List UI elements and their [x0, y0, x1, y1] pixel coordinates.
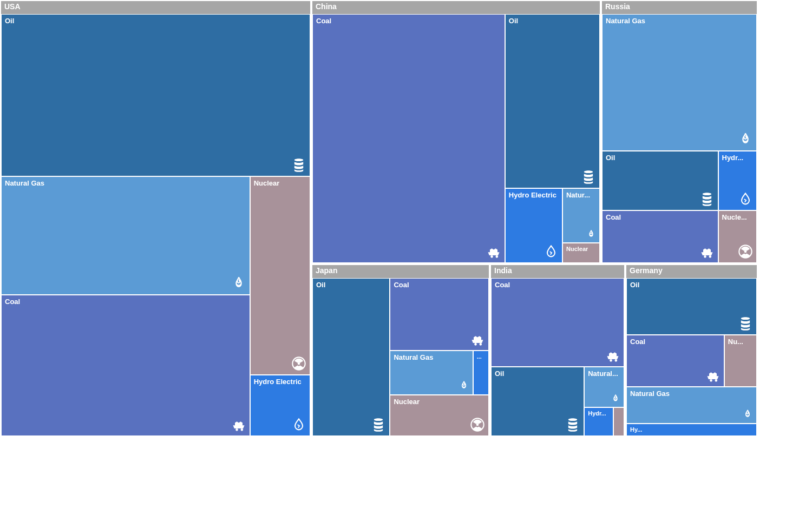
flame-icon [742, 409, 753, 420]
country-germany[interactable]: Germany Oil Coal Nu... Natural Gas Hy... [625, 264, 758, 437]
cart-icon [699, 244, 715, 259]
country-header: Germany [626, 265, 757, 278]
flame-icon [586, 229, 596, 239]
tile-label: Hydr... [588, 410, 606, 417]
tile-label: Natural Gas [630, 389, 670, 398]
country-usa[interactable]: USA Oil Natural Gas Coal Nuclear Hydro E… [0, 0, 311, 437]
tile-germany-nuclear[interactable]: Nu... [724, 335, 757, 387]
tile-japan-oil[interactable]: Oil [312, 278, 390, 436]
country-russia[interactable]: Russia Natural Gas Oil Hydr... Coal Nucl… [601, 0, 758, 264]
barrel-icon [738, 316, 753, 331]
svg-point-5 [476, 424, 479, 426]
tile-russia-nuclear[interactable]: Nucle... [718, 210, 757, 263]
tile-china-hydro[interactable]: Hydro Electric [505, 188, 562, 263]
tile-label: Hy... [630, 426, 642, 433]
tile-label: Oil [316, 281, 325, 289]
tile-label: Natur... [566, 191, 590, 199]
tile-label: Natural... [588, 369, 618, 378]
tile-russia-hydro[interactable]: Hydr... [718, 151, 757, 210]
cart-icon [605, 348, 620, 363]
svg-point-3 [744, 250, 747, 253]
tile-india-oil[interactable]: Oil [491, 367, 584, 436]
tile-germany-gas[interactable]: Natural Gas [626, 387, 757, 423]
tile-label: Hydro Electric [254, 378, 302, 386]
tile-label: Oil [5, 17, 14, 25]
country-header: India [491, 265, 624, 278]
tile-label: Oil [509, 17, 518, 25]
tile-japan-gas[interactable]: Natural Gas [390, 351, 473, 395]
tile-china-coal[interactable]: Coal [312, 14, 505, 263]
tile-label: Coal [316, 17, 331, 25]
tile-label: Coal [394, 281, 409, 289]
barrel-icon [699, 192, 715, 207]
droplet-icon [543, 244, 559, 259]
tile-china-oil[interactable]: Oil [505, 14, 600, 188]
droplet-icon [738, 192, 753, 207]
barrel-icon [581, 169, 596, 184]
country-japan[interactable]: Japan Oil Coal Natural Gas ... Nuclear [311, 264, 490, 437]
country-header: China [312, 1, 600, 14]
tile-label: Oil [630, 281, 639, 289]
tile-usa-gas[interactable]: Natural Gas [1, 176, 250, 294]
tile-germany-coal[interactable]: Coal [626, 335, 724, 387]
tile-usa-nuclear[interactable]: Nuclear [250, 176, 310, 375]
tile-label: Hydr... [722, 154, 744, 162]
country-china[interactable]: China Coal Oil Hydro Electric Natur... N… [311, 0, 601, 264]
barrel-icon [371, 417, 386, 432]
tile-india-coal[interactable]: Coal [491, 278, 624, 367]
tile-india-nuclear[interactable] [613, 407, 624, 436]
barrel-icon [565, 417, 580, 432]
tile-japan-coal[interactable]: Coal [390, 278, 489, 351]
tile-label: Coal [606, 213, 621, 221]
tile-russia-gas[interactable]: Natural Gas [602, 14, 757, 151]
droplet-icon [291, 417, 306, 432]
tile-label: Coal [495, 281, 510, 289]
cart-icon [231, 417, 246, 432]
tile-russia-oil[interactable]: Oil [602, 151, 718, 210]
energy-treemap: USA Oil Natural Gas Coal Nuclear Hydro E… [0, 0, 812, 515]
tile-japan-nuclear[interactable]: Nuclear [390, 395, 489, 436]
tile-india-gas[interactable]: Natural... [584, 367, 624, 408]
cart-icon [486, 244, 501, 259]
country-header: Russia [602, 1, 757, 14]
tile-label: Oil [606, 154, 615, 162]
tile-usa-oil[interactable]: Oil [1, 14, 310, 176]
tile-label: Coal [5, 298, 20, 306]
country-header: USA [1, 1, 310, 14]
flame-icon [459, 380, 469, 391]
barrel-icon [291, 157, 306, 173]
cart-icon [470, 332, 485, 347]
tile-label: Hydro Electric [509, 191, 556, 199]
flame-icon [231, 276, 246, 291]
tile-usa-hydro[interactable]: Hydro Electric [250, 375, 310, 436]
tile-label: ... [477, 353, 482, 360]
tile-usa-coal[interactable]: Coal [1, 295, 250, 436]
tile-label: Nu... [728, 338, 743, 346]
radiation-icon [470, 417, 485, 432]
tile-germany-oil[interactable]: Oil [626, 278, 757, 335]
tile-label: Natural Gas [5, 179, 44, 187]
tile-label: Nuclear [254, 179, 280, 187]
flame-icon [611, 394, 620, 404]
tile-china-nuclear[interactable]: Nuclear [562, 243, 600, 263]
radiation-icon [738, 244, 753, 259]
tile-label: Natural Gas [394, 353, 433, 361]
cart-icon [705, 368, 721, 383]
tile-label: Nucle... [722, 213, 747, 221]
tile-japan-hydro[interactable]: ... [473, 351, 489, 395]
tile-label: Oil [495, 369, 504, 378]
svg-point-1 [298, 362, 300, 365]
tile-label: Nuclear [394, 398, 420, 406]
tile-label: Coal [630, 338, 645, 346]
tile-germany-hydro[interactable]: Hy... [626, 424, 757, 436]
tile-china-gas[interactable]: Natur... [562, 188, 600, 243]
radiation-icon [291, 356, 306, 371]
tile-label: Nuclear [566, 246, 588, 252]
flame-icon [738, 132, 753, 147]
tile-russia-coal[interactable]: Coal [602, 210, 718, 263]
country-header: Japan [312, 265, 489, 278]
country-india[interactable]: India Coal Oil Natural... Hydr... [490, 264, 625, 437]
tile-label: Natural Gas [606, 17, 645, 25]
tile-india-hydro[interactable]: Hydr... [584, 407, 613, 436]
